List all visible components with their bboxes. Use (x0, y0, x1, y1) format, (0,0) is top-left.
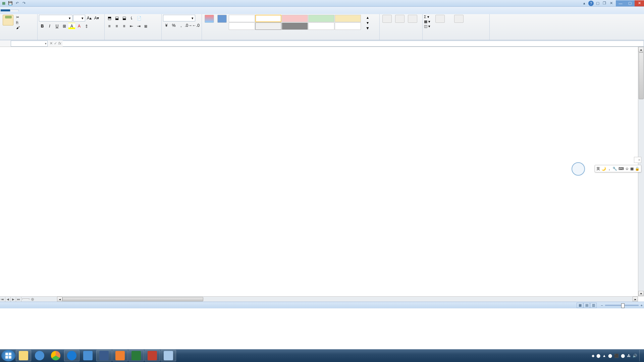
style-warn[interactable] (335, 22, 361, 30)
minimize-ribbon-icon[interactable]: ▴ (582, 1, 587, 6)
styles-up-icon[interactable]: ▴ (364, 15, 371, 20)
maximize-button[interactable]: ▢ (625, 0, 635, 6)
tray-icon-6[interactable]: ⬤ (621, 354, 625, 358)
page-layout-view-icon[interactable]: ▤ (583, 303, 590, 308)
sheet-tab-1[interactable] (22, 299, 30, 300)
font-size-select[interactable]: ▾ (73, 15, 85, 21)
save-icon[interactable]: 💾 (7, 0, 13, 6)
tray-icon-3[interactable]: ▲ (602, 354, 606, 358)
underline-button[interactable]: U (54, 23, 60, 29)
tray-icon-4[interactable]: ⬤ (608, 354, 612, 358)
indent-inc-icon[interactable]: ⇥ (136, 23, 142, 29)
task-uc[interactable] (112, 350, 128, 361)
ime-bubble-icon[interactable] (572, 162, 585, 176)
task-explorer[interactable] (16, 350, 31, 361)
tab-file[interactable] (1, 9, 10, 11)
zoom-in-icon[interactable]: + (641, 303, 643, 307)
task-kugou[interactable] (64, 350, 79, 361)
phonetic-button[interactable]: ‡ (83, 23, 90, 29)
page-break-view-icon[interactable]: ▥ (590, 303, 597, 308)
tray-show-desktop[interactable] (639, 350, 643, 361)
number-format-select[interactable]: ▾ (163, 15, 195, 21)
format-as-table-button[interactable] (216, 15, 228, 23)
style-normal[interactable] (255, 15, 281, 22)
start-button[interactable] (1, 350, 15, 361)
close-doc-icon[interactable]: ✕ (608, 1, 614, 6)
currency-icon[interactable]: ¥ (163, 22, 170, 29)
format-painter-button[interactable]: 🖌 (15, 25, 21, 30)
restore-down-icon[interactable]: ❐ (602, 1, 607, 6)
tab-layout[interactable] (27, 10, 35, 11)
fill-color-button[interactable]: A (68, 23, 75, 29)
tray-icon-1[interactable]: ◆ (592, 354, 594, 358)
next-sheet-icon[interactable]: ▶ (11, 297, 16, 302)
shrink-font-icon[interactable]: A▾ (93, 15, 100, 21)
minimize-button[interactable]: — (616, 0, 625, 6)
align-bottom-icon[interactable]: ⬓ (121, 15, 127, 21)
help-icon[interactable]: ? (588, 1, 594, 6)
close-button[interactable]: ✕ (635, 0, 644, 6)
window-options-icon[interactable]: ▢ (595, 1, 600, 6)
task-notepad[interactable] (161, 350, 176, 361)
style-bad[interactable] (282, 15, 308, 22)
grow-font-icon[interactable]: A▴ (86, 15, 93, 21)
comma-icon[interactable]: , (178, 22, 184, 29)
tray-network-icon[interactable]: 🖧 (627, 354, 631, 358)
delete-cells-button[interactable] (394, 15, 406, 23)
worksheet[interactable]: ▴ ▾ ⏮ ◀ ▶ ⏭ ⊕ ◂ ▸ (0, 47, 644, 302)
task-thunder[interactable] (80, 350, 96, 361)
ime-moon-icon[interactable]: 🌙 (601, 167, 606, 171)
ime-lang-icon[interactable]: 英 (596, 166, 600, 171)
align-top-icon[interactable]: ⬒ (106, 15, 113, 21)
clear-button[interactable]: ◫ ▾ (424, 24, 430, 28)
insert-cells-button[interactable] (381, 15, 393, 23)
undo-icon[interactable]: ↶ (14, 0, 20, 6)
style-good[interactable] (308, 15, 334, 22)
tab-insert[interactable] (19, 10, 27, 11)
sort-filter-button[interactable] (431, 15, 449, 23)
tab-home[interactable] (10, 10, 19, 11)
align-center-icon[interactable]: ≡ (113, 23, 120, 29)
align-left-icon[interactable]: ≡ (106, 23, 113, 29)
ime-hint-tooltip[interactable] (634, 157, 641, 163)
increase-decimal-icon[interactable]: .0→ (185, 22, 192, 29)
ime-punct-icon[interactable]: ， (607, 166, 611, 171)
cancel-formula-icon[interactable]: ✕ (50, 41, 53, 46)
decrease-decimal-icon[interactable]: ←.0 (193, 22, 199, 29)
formula-input[interactable] (63, 41, 644, 47)
task-app2[interactable] (145, 350, 160, 361)
new-sheet-icon[interactable]: ⊕ (31, 297, 34, 302)
align-middle-icon[interactable]: ⬓ (113, 15, 120, 21)
fill-button[interactable]: ▦ ▾ (424, 19, 430, 24)
tab-view[interactable] (59, 10, 67, 11)
conditional-format-button[interactable] (203, 15, 215, 23)
last-sheet-icon[interactable]: ⏭ (16, 297, 21, 302)
normal-view-icon[interactable]: ▦ (577, 303, 583, 308)
percent-icon[interactable]: % (170, 22, 177, 29)
style-calc[interactable] (255, 22, 281, 30)
style-neutral[interactable] (335, 15, 361, 22)
cut-button[interactable]: ✂ (15, 15, 21, 20)
style-link[interactable] (229, 22, 255, 30)
indent-dec-icon[interactable]: ⇤ (128, 23, 135, 29)
tray-volume-icon[interactable]: 🔊 (633, 354, 637, 358)
styles-down-icon[interactable]: ▾ (364, 20, 371, 25)
fx-icon[interactable]: fx (58, 41, 61, 46)
zoom-out-icon[interactable]: − (601, 303, 603, 307)
ime-settings-icon[interactable]: 🔧 (612, 167, 617, 171)
task-chrome[interactable] (48, 350, 63, 361)
border-button[interactable]: ⊞ (61, 23, 68, 29)
tab-acrobat[interactable] (67, 10, 75, 11)
style-changgui2[interactable] (229, 15, 255, 22)
font-color-button[interactable]: A (76, 23, 83, 29)
find-select-button[interactable] (450, 15, 468, 23)
style-explain[interactable] (308, 22, 334, 30)
style-check[interactable] (282, 22, 308, 30)
task-excel[interactable] (128, 350, 144, 361)
zoom-slider[interactable] (605, 305, 639, 306)
bold-button[interactable]: B (39, 23, 46, 29)
copy-button[interactable]: ⎘ (15, 20, 21, 25)
tray-icon-5[interactable]: ⬛ (614, 354, 619, 358)
format-cells-button[interactable] (407, 15, 419, 23)
task-ie[interactable] (32, 350, 47, 361)
